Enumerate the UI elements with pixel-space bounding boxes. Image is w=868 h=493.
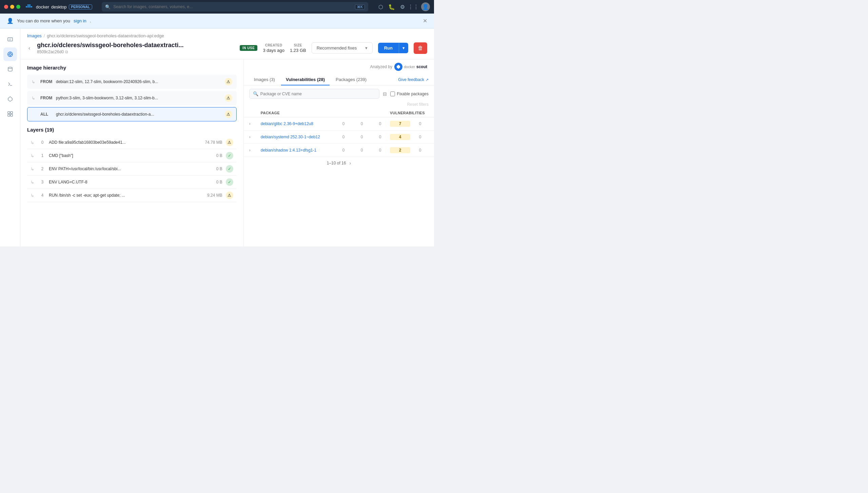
hierarchy-value: debian:12-slim, 12.7-slim, bookworm-2024… [56, 79, 221, 84]
layer-size: 9.24 MB [202, 193, 222, 198]
breadcrumb-current: ghcr.io/dcleres/swissgeol-boreholes-data… [47, 33, 164, 38]
vuln-count-3: 0 [372, 135, 389, 139]
run-dropdown-button[interactable]: ▾ [399, 43, 408, 53]
back-button[interactable]: ‹ [27, 44, 32, 53]
layer-arrow-icon: ↳ [31, 166, 36, 172]
package-name: debian/systemd 252.30-1~deb12 [261, 135, 334, 139]
copy-hash-button[interactable]: ⧉ [65, 50, 68, 54]
sidebar-item-scout[interactable] [3, 92, 17, 106]
size-label: SIZE [294, 43, 302, 47]
all-label: ALL [40, 112, 53, 117]
package-name: debian/shadow 1:4.13+dfsg1-1 [261, 148, 334, 153]
row-expand-icon[interactable]: › [249, 148, 259, 153]
sidebar-item-extensions[interactable] [3, 107, 17, 121]
layer-item[interactable]: ↳ 4 RUN /bin/sh -c set -eux; apt-get upd… [27, 189, 237, 202]
banner-close-button[interactable]: ✕ [423, 18, 427, 24]
vuln-count-5: 0 [412, 148, 429, 153]
package-search-input[interactable] [260, 92, 376, 96]
delete-button[interactable]: 🗑 [414, 42, 427, 54]
external-link-icon: ↗ [426, 78, 429, 82]
layer-number: 2 [39, 166, 45, 171]
layers-title: Layers (19) [27, 127, 237, 133]
from-label: FROM [40, 96, 53, 100]
hierarchy-value: ghcr.io/dcleres/swissgeol-boreholes-data… [56, 112, 221, 117]
vuln-count-5: 0 [412, 135, 429, 139]
app-logo: docker desktop PERSONAL [26, 4, 92, 10]
warning-icon: ⚠ [225, 94, 232, 102]
package-column-header: Package [261, 111, 334, 115]
filter-icon[interactable]: ⊟ [383, 91, 387, 97]
hierarchy-item[interactable]: ↳ FROM python:3-slim, 3-slim-bookworm, 3… [27, 91, 237, 105]
fixable-packages-checkbox-label[interactable]: Fixable packages [390, 92, 429, 96]
layer-arrow-icon: ↳ [31, 140, 36, 145]
window-controls [4, 5, 20, 9]
run-button-group: Run ▾ [378, 43, 408, 53]
vuln-col-1-header [335, 111, 352, 115]
apps-icon[interactable]: ⋮⋮ [410, 4, 416, 10]
sidebar-item-images[interactable] [3, 47, 17, 61]
settings-icon[interactable]: ⚙ [399, 4, 406, 10]
tab-packages[interactable]: Packages (239) [331, 74, 371, 85]
sidebar-item-containers[interactable] [3, 33, 17, 46]
row-expand-icon[interactable]: › [249, 121, 259, 126]
pagination: 1–10 of 16 › [244, 157, 434, 169]
breadcrumb-separator: / [44, 33, 45, 38]
sidebar-item-dev-environments[interactable] [3, 77, 17, 91]
svg-point-8 [9, 53, 11, 55]
maximize-window-button[interactable] [16, 5, 20, 9]
svg-rect-3 [29, 4, 31, 6]
hierarchy-item-selected[interactable]: ↳ ALL ghcr.io/dcleres/swissgeol-borehole… [27, 107, 237, 121]
layer-command: RUN /bin/sh -c set -eux; apt-get update;… [49, 193, 199, 198]
layer-item[interactable]: ↳ 0 ADD file:a9a95cfab16803be03e59ade41.… [27, 136, 237, 149]
table-header: Package Vulnerabilities [244, 109, 434, 117]
close-window-button[interactable] [4, 5, 8, 9]
svg-point-9 [8, 67, 12, 68]
hierarchy-item[interactable]: ↳ FROM debian:12-slim, 12.7-slim, bookwo… [27, 75, 237, 89]
layer-number: 4 [39, 193, 45, 198]
layer-item[interactable]: ↳ 3 ENV LANG=C.UTF-8 0 B ✓ [27, 176, 237, 189]
layer-item[interactable]: ↳ 2 ENV PATH=/usr/local/bin:/usr/local/s… [27, 162, 237, 176]
pagination-next-button[interactable]: › [349, 160, 351, 166]
hierarchy-arrow-icon: ↳ [32, 96, 37, 101]
analyzed-by-label: Analyzed by [370, 64, 392, 69]
vuln-high-badge: 4 [390, 134, 410, 140]
sidebar-item-volumes[interactable] [3, 62, 17, 76]
run-button[interactable]: Run [378, 43, 399, 53]
table-row[interactable]: › debian/systemd 252.30-1~deb12 0 0 0 4 … [244, 131, 434, 144]
tab-vulnerabilities[interactable]: Vulnerabilities (28) [281, 74, 330, 85]
bug-icon[interactable]: 🐛 [389, 4, 395, 10]
minimize-window-button[interactable] [10, 5, 14, 9]
fixable-packages-checkbox[interactable] [390, 92, 395, 96]
tab-images[interactable]: Images (3) [249, 74, 280, 85]
search-input[interactable] [113, 4, 352, 9]
global-search[interactable]: 🔍 ⌘K [102, 2, 368, 12]
svg-rect-6 [8, 38, 13, 41]
package-search[interactable]: 🔍 [249, 89, 379, 99]
table-row[interactable]: › debian/shadow 1:4.13+dfsg1-1 0 0 0 2 0 [244, 144, 434, 157]
layer-item[interactable]: ↳ 1 CMD ["bash"] 0 B ✓ [27, 149, 237, 162]
row-expand-icon[interactable]: › [249, 135, 259, 139]
split-layout: Image hierarchy ↳ FROM debian:12-slim, 1… [20, 59, 434, 246]
vuln-col-5-header [412, 111, 429, 115]
reset-filters-label: Reset filters [407, 102, 429, 107]
vulnerabilities-table: Package Vulnerabilities › debian/glibc 2… [244, 109, 434, 243]
layer-size: 74.78 MB [202, 140, 222, 145]
content-area: Images / ghcr.io/dcleres/swissgeol-boreh… [20, 28, 434, 246]
warning-icon: ⚠ [226, 139, 233, 146]
layer-arrow-icon: ↳ [31, 180, 36, 185]
give-feedback-button[interactable]: Give feedback ↗ [398, 77, 429, 82]
layer-command: CMD ["bash"] [49, 153, 199, 158]
account-icon[interactable]: 👤 [421, 2, 430, 11]
signin-link[interactable]: sign in [74, 18, 86, 23]
extensions-icon[interactable]: ⬡ [378, 4, 384, 10]
pagination-text: 1–10 of 16 [327, 161, 346, 165]
in-use-badge: IN USE [240, 45, 257, 51]
table-row[interactable]: › debian/glibc 2.36-9+deb12u8 0 0 0 7 0 [244, 117, 434, 131]
reset-filters: Reset filters [244, 102, 434, 109]
size-value: 1.23 GB [290, 48, 306, 53]
breadcrumb-images-link[interactable]: Images [27, 33, 42, 38]
size-meta: SIZE 1.23 GB [290, 43, 306, 53]
signin-text: You can do more when you [17, 18, 70, 23]
vuln-col-2-header [353, 111, 370, 115]
recommended-fixes-button[interactable]: Recommended fixes ▾ [312, 42, 373, 54]
